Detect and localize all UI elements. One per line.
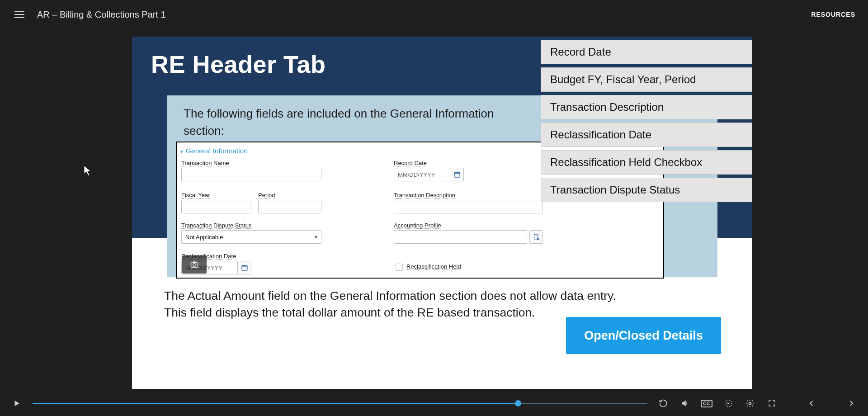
- chevron-down-icon: ▾: [315, 234, 317, 240]
- slide-canvas: RE Header Tab The following fields are i…: [132, 37, 752, 389]
- input-record-date[interactable]: MM/DD/YYYY: [394, 168, 450, 181]
- label-period: Period: [258, 192, 275, 199]
- replay-button[interactable]: [657, 397, 669, 409]
- sidelist-item-dispute-status[interactable]: Transaction Dispute Status: [541, 178, 752, 202]
- sidelist-item-record-date[interactable]: Record Date: [541, 40, 752, 64]
- svg-point-7: [749, 402, 751, 405]
- svg-point-5: [193, 264, 196, 267]
- play-button[interactable]: [11, 397, 23, 409]
- input-transaction-name[interactable]: [181, 168, 321, 181]
- topbar: AR – Billing & Collections Part 1 RESOUR…: [0, 0, 868, 29]
- topbar-left: AR – Billing & Collections Part 1: [13, 9, 166, 20]
- course-title: AR – Billing & Collections Part 1: [37, 9, 166, 20]
- captions-button[interactable]: CC: [701, 397, 712, 409]
- lookup-icon: [533, 234, 540, 241]
- input-transaction-description[interactable]: [394, 200, 543, 213]
- svg-rect-3: [242, 265, 247, 270]
- label-fiscal-year: Fiscal Year: [181, 192, 210, 199]
- select-transaction-dispute-status[interactable]: Not Applicable ▾: [181, 230, 321, 244]
- captions-label: CC: [701, 400, 712, 407]
- camera-overlay-icon: [182, 255, 207, 274]
- seekbar[interactable]: [33, 399, 647, 408]
- input-accounting-profile[interactable]: [394, 230, 527, 244]
- input-fiscal-year[interactable]: [181, 200, 251, 213]
- seek-fill: [33, 403, 518, 404]
- lookup-button-accounting-profile[interactable]: [529, 230, 543, 244]
- lower-text-line1: The Actual Amount field on the General I…: [164, 288, 707, 304]
- placeholder-record-date: MM/DD/YYYY: [398, 171, 435, 178]
- slide-title: RE Header Tab: [151, 50, 326, 78]
- lower-text: The Actual Amount field on the General I…: [164, 288, 707, 321]
- label-transaction-dispute-status: Transaction Dispute Status: [181, 222, 252, 229]
- menu-icon[interactable]: [13, 9, 26, 20]
- calendar-button-record-date[interactable]: [450, 168, 464, 181]
- seek-knob[interactable]: [515, 400, 521, 407]
- cursor-icon: [84, 165, 93, 177]
- sidelist-item-budget-fy[interactable]: Budget FY, Fiscal Year, Period: [541, 67, 752, 92]
- sidelist: Record Date Budget FY, Fiscal Year, Peri…: [541, 40, 752, 202]
- label-reclassification-held: Reclassification Held: [406, 263, 461, 270]
- player-bar: CC: [0, 391, 868, 416]
- chevron-down-icon: ▾: [180, 149, 183, 155]
- label-transaction-name: Transaction Name: [181, 160, 229, 166]
- calendar-button-reclass-date[interactable]: [238, 261, 251, 274]
- input-period[interactable]: [258, 200, 321, 213]
- intro-text: The following fields are included on the…: [184, 105, 509, 139]
- label-transaction-description: Transaction Description: [394, 192, 455, 199]
- section-header-label: General Information: [186, 147, 248, 155]
- checkbox-reclassification-held[interactable]: [396, 264, 403, 271]
- next-button[interactable]: [845, 397, 857, 409]
- svg-rect-0: [454, 172, 460, 177]
- playback-speed-button[interactable]: [722, 397, 734, 409]
- fullscreen-button[interactable]: [766, 397, 778, 409]
- label-accounting-profile: Accounting Profile: [394, 222, 441, 229]
- sidelist-item-transaction-description[interactable]: Transaction Description: [541, 95, 752, 119]
- value-dispute-status: Not Applicable: [185, 234, 223, 241]
- label-record-date: Record Date: [394, 160, 427, 166]
- sidelist-item-reclass-date[interactable]: Reclassification Date: [541, 123, 752, 147]
- calendar-icon: [453, 171, 461, 178]
- resources-link[interactable]: RESOURCES: [811, 11, 855, 18]
- open-closed-details-button[interactable]: Open/Closed Details: [566, 317, 721, 354]
- calendar-icon: [241, 264, 248, 271]
- settings-button[interactable]: [744, 397, 756, 409]
- sidelist-item-reclass-held[interactable]: Reclassification Held Checkbox: [541, 150, 752, 175]
- volume-button[interactable]: [679, 397, 691, 409]
- prev-button[interactable]: [806, 397, 817, 409]
